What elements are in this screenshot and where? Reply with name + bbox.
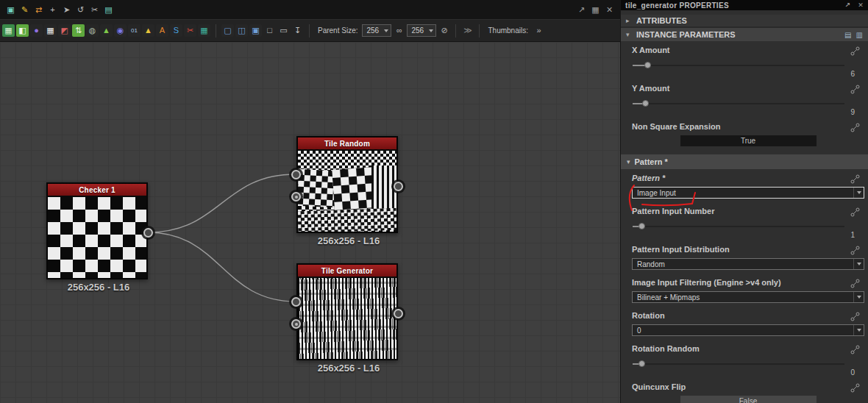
close-panel-icon[interactable]: ✕ xyxy=(858,1,864,9)
cursor-tool-icon[interactable]: ➤ xyxy=(60,4,73,16)
parameters-list: X Amount 6 Y Amount xyxy=(621,41,868,403)
graph-canvas[interactable]: Checker 1 256x256 - L16 Tile Random xyxy=(0,42,620,403)
node-tile-random[interactable]: Tile Random 256x256 - L16 xyxy=(296,136,398,233)
function-graph-icon[interactable] xyxy=(850,279,860,288)
input-port[interactable] xyxy=(291,170,301,179)
pattern-input-number-slider[interactable] xyxy=(633,223,844,229)
panel-title: tile_generator PROPERTIES xyxy=(625,1,729,10)
node-checker[interactable]: Checker 1 256x256 - L16 xyxy=(46,182,148,279)
close-view-icon[interactable]: ✕ xyxy=(603,4,616,16)
slider-handle[interactable] xyxy=(644,62,651,68)
undock-panel-icon[interactable]: ↗ xyxy=(844,1,850,9)
region-select-icon[interactable]: ▣ xyxy=(249,24,262,37)
function-graph-icon[interactable] xyxy=(850,312,860,321)
grid-pattern-icon[interactable]: ▦ xyxy=(44,24,57,37)
rotate-tool-icon[interactable]: ↺ xyxy=(74,4,87,16)
input-port-pattern[interactable] xyxy=(291,192,301,202)
rotation-random-slider[interactable] xyxy=(633,360,844,367)
frame-select-icon[interactable]: ▢ xyxy=(221,24,234,37)
slider-track[interactable] xyxy=(633,103,844,104)
section-instance-parameters[interactable]: ▾ INSTANCE PARAMETERS ▤ ▥ xyxy=(621,28,868,41)
node-tile-generator-title[interactable]: Tile Generator xyxy=(298,265,396,278)
pattern-dropdown[interactable]: Image Input xyxy=(632,187,864,199)
function-graph-icon[interactable] xyxy=(850,174,860,184)
package-icon[interactable]: ▤ xyxy=(102,4,115,16)
comment-icon[interactable]: □ xyxy=(263,24,276,37)
non-square-expansion-toggle[interactable]: True xyxy=(680,135,817,146)
slider-track[interactable] xyxy=(633,363,844,365)
thumbnails-overflow-icon[interactable]: » xyxy=(533,24,545,37)
slider-track[interactable] xyxy=(633,226,844,227)
gradient-map-icon[interactable]: ◧ xyxy=(16,24,29,37)
pattern-input-distribution-dropdown[interactable]: Random xyxy=(632,258,864,270)
image-input-filtering-dropdown[interactable]: Bilinear + Mipmaps xyxy=(632,291,864,303)
x-amount-slider[interactable] xyxy=(633,62,844,68)
slider-handle[interactable] xyxy=(642,100,649,107)
function-graph-icon[interactable] xyxy=(850,383,860,393)
slider-handle[interactable] xyxy=(638,223,645,229)
export-parameters-icon[interactable]: ▥ xyxy=(856,31,863,39)
rotation-dropdown[interactable]: 0 xyxy=(632,324,864,336)
quincunx-flip-label: Quincunx Flip xyxy=(632,382,864,391)
slider-track[interactable] xyxy=(633,65,844,66)
pin-icon[interactable]: ↧ xyxy=(291,24,304,37)
output-port[interactable] xyxy=(394,309,403,318)
clear-size-icon[interactable]: ⊘ xyxy=(438,24,450,37)
dual-view-icon[interactable]: ◫ xyxy=(235,24,248,37)
transform-tool-icon[interactable]: + xyxy=(46,4,59,16)
directional-warp-icon[interactable]: ▲ xyxy=(100,24,113,37)
warning-node-icon[interactable]: ▲ xyxy=(142,24,154,37)
curve-node-icon[interactable]: S xyxy=(170,24,182,37)
shape-icon[interactable]: ● xyxy=(30,24,43,37)
normal-node-icon[interactable]: ◉ xyxy=(114,24,127,37)
node-tile-random-title[interactable]: Tile Random xyxy=(298,138,396,151)
node-tile-random-caption: 256x256 - L16 xyxy=(283,235,414,246)
y-amount-slider[interactable] xyxy=(633,100,844,107)
secondary-size-combo[interactable]: 256 xyxy=(407,24,436,37)
text-node-icon[interactable]: A xyxy=(156,24,168,37)
grid-view-icon[interactable]: ▦ xyxy=(589,4,602,16)
output-port[interactable] xyxy=(394,182,403,191)
x-amount-value: 6 xyxy=(632,70,855,78)
function-graph-icon[interactable] xyxy=(850,246,860,255)
node-tile-random-thumbnail[interactable] xyxy=(298,151,396,232)
node-checker-thumbnail[interactable] xyxy=(48,197,146,278)
function-graph-icon[interactable] xyxy=(850,345,860,354)
parent-size-value: 256 xyxy=(366,26,379,35)
node-tile-generator-thumbnail[interactable] xyxy=(298,278,396,359)
blur-node-icon[interactable]: ◍ xyxy=(86,24,99,37)
output-port[interactable] xyxy=(143,228,153,238)
function-graph-icon[interactable] xyxy=(850,123,860,132)
function-graph-icon[interactable] xyxy=(850,85,860,94)
undock-view-icon[interactable]: ↗ xyxy=(575,4,588,16)
section-attributes[interactable]: ▸ ATTRIBUTES xyxy=(621,15,868,28)
cut-tool-icon[interactable]: ✂ xyxy=(88,4,101,16)
function-graph-icon[interactable] xyxy=(850,46,860,56)
function-graph-icon[interactable] xyxy=(850,207,860,217)
pattern-label: Pattern * xyxy=(632,174,864,182)
slider-handle[interactable] xyxy=(638,360,645,367)
color-picker-icon[interactable]: ◩ xyxy=(58,24,71,37)
splitter-node-icon[interactable]: ✂ xyxy=(184,24,196,37)
levels-node-icon[interactable]: 01 xyxy=(128,24,140,37)
swap-arrows-icon[interactable]: ⇄ xyxy=(32,4,45,16)
param-image-input-filtering: Image Input Filtering (Engine >v4 only) … xyxy=(621,274,868,307)
rotation-value: 0 xyxy=(637,327,641,335)
tile-sampler-icon[interactable]: ▦ xyxy=(2,24,15,37)
input-port[interactable] xyxy=(291,297,301,307)
group-pattern[interactable]: ▾ Pattern * xyxy=(621,154,868,169)
parent-size-combo[interactable]: 256 xyxy=(362,24,391,37)
save-preset-icon[interactable]: ▤ xyxy=(844,31,851,39)
selection-icons: ▢◫▣ xyxy=(221,24,262,37)
image-icon[interactable]: ▭ xyxy=(277,24,290,37)
transform-node-icon[interactable]: ⇅ xyxy=(72,24,85,37)
paint-tool-icon[interactable]: ✎ xyxy=(18,4,31,16)
link-sizes-icon[interactable]: ∞ xyxy=(393,24,405,37)
monitor-icon[interactable]: ▣ xyxy=(4,4,17,16)
node-tile-generator[interactable]: Tile Generator 256x256 - L16 xyxy=(296,263,398,360)
double-arrow-icon[interactable]: ≫ xyxy=(461,24,474,37)
node-checker-title[interactable]: Checker 1 xyxy=(48,184,146,197)
blend-node-icon[interactable]: ▦ xyxy=(198,24,210,37)
quincunx-flip-toggle[interactable]: False xyxy=(680,396,817,403)
input-port-pattern[interactable] xyxy=(291,319,301,329)
